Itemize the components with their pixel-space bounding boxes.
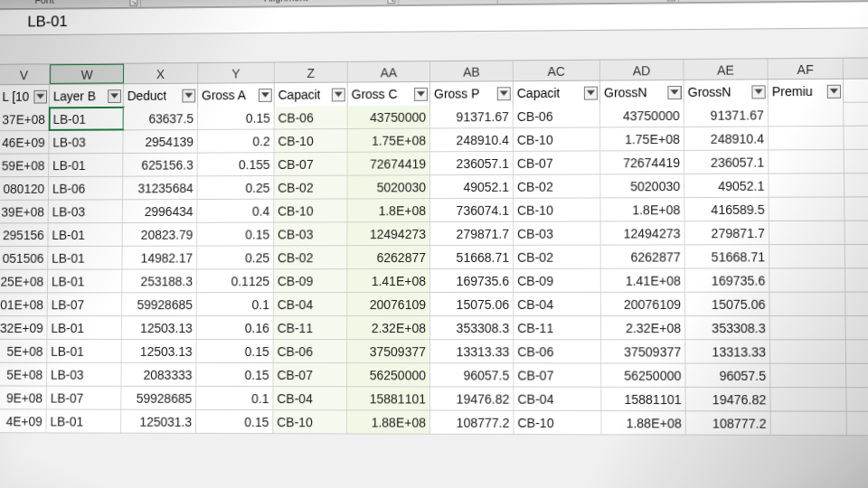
cell[interactable]: 080120 (0, 177, 49, 200)
cell[interactable]: 6262877 (601, 245, 685, 267)
cell[interactable]: LB-03 (49, 200, 123, 222)
cell[interactable] (769, 197, 845, 220)
cell[interactable]: CB-04 (514, 293, 601, 315)
cell[interactable] (770, 388, 846, 411)
cell[interactable]: 63637.5 (124, 107, 198, 129)
cell[interactable]: 279871.7 (684, 221, 769, 244)
filter-dropdown-icon[interactable] (259, 89, 272, 102)
col-header-ad[interactable]: AD (600, 60, 684, 80)
cell[interactable]: CB-07 (273, 363, 347, 386)
cell[interactable]: CB-10 (514, 127, 600, 150)
cell[interactable]: LB-07 (48, 293, 123, 315)
cell[interactable]: 20076109 (601, 293, 685, 315)
cell[interactable]: LB-03 (49, 130, 123, 153)
filter-dropdown-icon[interactable] (182, 89, 195, 102)
cell[interactable]: LB-03 (47, 363, 122, 386)
cell[interactable]: LB-01 (50, 108, 124, 130)
cell[interactable]: 49052.1 (430, 175, 514, 198)
cell[interactable]: 25E+08 (0, 270, 48, 293)
cell[interactable]: CB-10 (273, 410, 347, 433)
cell[interactable]: 108777.2 (686, 411, 771, 435)
cell[interactable] (769, 150, 844, 174)
cell[interactable] (769, 268, 845, 291)
alignment-launcher-icon[interactable]: ↘ (387, 0, 395, 4)
filter-dropdown-icon[interactable] (751, 85, 765, 99)
cell[interactable]: LB-01 (46, 409, 121, 432)
cell[interactable]: LB-06 (49, 177, 123, 200)
cell[interactable]: CB-06 (275, 106, 348, 128)
cell[interactable]: 51668.71 (430, 246, 514, 268)
cell[interactable]: CB-02 (274, 246, 347, 268)
cell[interactable]: LB-01 (47, 316, 122, 339)
cell[interactable]: CB-07 (514, 151, 600, 174)
cell[interactable] (769, 174, 844, 197)
cell[interactable]: 32E+09 (0, 316, 48, 339)
cell[interactable]: 0.15 (198, 107, 275, 129)
col-header-z[interactable]: Z (275, 62, 348, 82)
cell[interactable]: 0.1 (196, 387, 273, 409)
cell[interactable] (770, 364, 846, 388)
cell[interactable]: 96057.5 (685, 364, 770, 387)
cell[interactable]: LB-07 (47, 387, 122, 409)
cell[interactable]: CB-03 (514, 221, 601, 244)
cell[interactable]: CB-06 (514, 105, 600, 127)
cell[interactable] (770, 340, 846, 362)
cell[interactable]: CB-02 (514, 174, 600, 197)
cell[interactable]: CB-04 (273, 387, 347, 409)
cell[interactable]: 49052.1 (684, 174, 769, 197)
cell[interactable]: 0.15 (196, 340, 273, 362)
cell[interactable]: 37509377 (347, 340, 430, 362)
cell[interactable] (770, 316, 846, 339)
cell[interactable]: 236057.1 (684, 150, 769, 174)
cell[interactable]: CB-07 (274, 153, 347, 175)
cell[interactable]: 1.75E+08 (348, 129, 430, 152)
cell[interactable]: 1.75E+08 (600, 127, 684, 150)
cell[interactable]: 31235684 (123, 176, 198, 199)
cell[interactable]: 91371.67 (684, 103, 769, 127)
cell[interactable]: 279871.7 (430, 222, 514, 245)
cell[interactable]: 0.25 (197, 176, 274, 199)
cell[interactable]: LB-01 (48, 223, 122, 246)
cell[interactable]: CB-10 (514, 198, 601, 221)
cell[interactable]: 5020030 (347, 175, 430, 198)
cell[interactable]: 625156.3 (123, 154, 198, 176)
cell[interactable]: 5020030 (600, 174, 684, 197)
col-header-v[interactable]: V (0, 64, 50, 84)
cell[interactable]: 0.155 (198, 153, 275, 175)
col-header-af[interactable]: AF (768, 59, 844, 80)
cell[interactable]: 01E+08 (0, 293, 48, 315)
cell[interactable]: 15075.06 (685, 293, 770, 315)
cell[interactable]: 2996434 (123, 200, 198, 222)
cell[interactable]: 12494273 (347, 222, 430, 245)
cell[interactable]: 1.88E+08 (601, 411, 686, 435)
cell[interactable]: 13313.33 (685, 340, 770, 362)
cell[interactable]: 20823.79 (123, 223, 198, 246)
cell[interactable]: 0.1 (197, 293, 274, 315)
cell[interactable] (769, 127, 844, 150)
col-header-aa[interactable]: AA (348, 61, 430, 81)
cell[interactable]: 1.88E+08 (347, 410, 430, 433)
filter-dropdown-icon[interactable] (414, 87, 428, 100)
cell[interactable]: 2.32E+08 (347, 316, 430, 339)
cell[interactable]: 12494273 (601, 221, 685, 244)
cell[interactable]: 19476.82 (686, 388, 771, 411)
cell[interactable]: 169735.6 (685, 268, 770, 291)
cell[interactable]: 0.16 (197, 316, 274, 339)
cell[interactable] (769, 221, 845, 244)
number-launcher-icon[interactable]: ↘ (667, 0, 675, 1)
cell[interactable]: 051506 (0, 247, 48, 269)
cell[interactable]: 2.32E+08 (601, 316, 685, 339)
cell[interactable]: 51668.71 (685, 245, 770, 267)
cell[interactable]: 39E+08 (0, 201, 49, 223)
cell[interactable]: CB-11 (274, 316, 348, 339)
cell[interactable]: CB-06 (514, 340, 601, 362)
col-header-y[interactable]: Y (198, 62, 275, 82)
filter-dropdown-icon[interactable] (108, 89, 121, 103)
cell[interactable]: 236057.1 (430, 152, 514, 174)
cell[interactable]: 2083333 (121, 363, 196, 386)
cell[interactable]: 59928685 (121, 387, 196, 409)
cell[interactable]: 15075.06 (430, 293, 514, 315)
cell[interactable]: 125031.3 (121, 410, 196, 433)
col-header-w[interactable]: W (50, 64, 124, 84)
font-launcher-icon[interactable]: ↘ (129, 0, 137, 6)
